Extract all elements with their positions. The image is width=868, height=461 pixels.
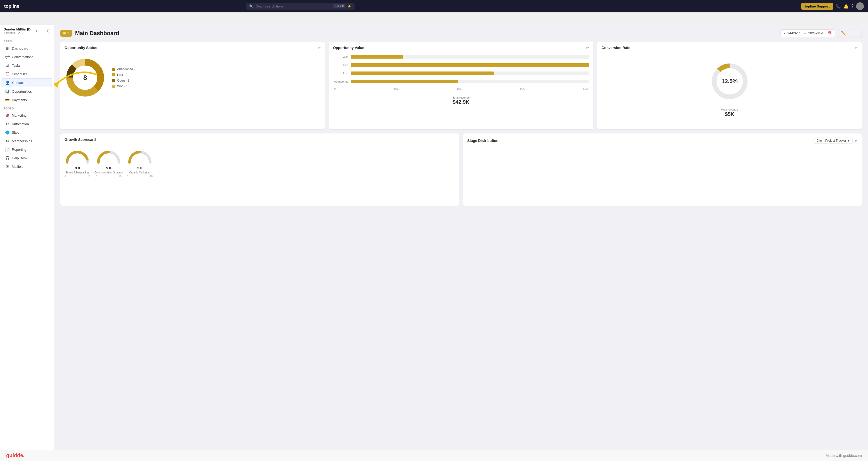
conversion-body: 12.5% Won revenue $5K [601,53,858,117]
date-from: 2024-03-11 [784,31,801,35]
sidebar-item-label-payments: Payments [12,98,27,102]
widget-title: Growth Scorecard [64,137,96,142]
widget-header: Opportunity Status ⇌ [64,46,321,50]
sidebar-item-tasks[interactable]: ☑Tasks [2,61,52,69]
search-shortcut: Ctrl + K [333,4,345,8]
total-revenue-label: Total revenue [333,96,589,99]
reporting-icon: 📈 [5,147,9,152]
workspace-name: Dunder Mifflin [D... [4,27,34,31]
widget-title: Opportunity Status [64,46,97,50]
sidebar-item-label-automation: Automation [12,122,29,126]
bar-label: Lost [333,72,349,75]
sidebar-item-label-memberships: Memberships [12,139,32,143]
sidebar-item-marketing[interactable]: 📣Marketing [2,111,52,120]
legend: Abandoned - 3Lost - 3Open - 1Won - 1 [112,67,137,88]
won-revenue-label: Won revenue [721,108,738,111]
scorecard-value: 9.0 [75,166,80,170]
sidebar-item-contacts[interactable]: 👤Contacts [2,78,52,87]
widgets-row-2: Growth Scorecard 9.0Brand & Messaging010… [54,133,868,210]
sidebar-item-label-marketing: Marketing [12,114,27,118]
widget-header: Growth Scorecard [64,137,455,142]
date-range-picker[interactable]: 2024-03-11 → 2024-04-10 📅 [780,29,835,37]
opportunity-value-widget: Opportunity Value ⇌ WonOpenLostAbandoned… [329,41,593,129]
search-input[interactable] [255,4,331,8]
chevron-down-icon: ▼ [35,29,38,33]
conversion-percentage: 12.5% [721,78,738,85]
bar-row: Lost [333,71,589,75]
scorecard-item: 5.0Organic Marketing010 [127,147,153,178]
stage-distribution-widget: Stage Distribution Client Project Tracke… [463,133,862,206]
sidebar-item-helpdesk[interactable]: 🎧Help Desk [2,154,52,162]
scorecard-gauge [64,147,90,165]
widget-title: Stage Distribution [467,139,498,143]
sidebar-nav: Apps⊞Dashboard💬Conversations☑Tasks📅Sched… [0,37,54,171]
svg-marker-4 [54,82,59,88]
app-logo: topline [4,4,19,9]
bar-axis: $0 $10K $20K $30K $40K [333,88,589,91]
bar-row: Open [333,63,589,67]
avatar[interactable] [856,2,864,10]
sidebar-section-apps: Apps [0,37,54,44]
phone-icon[interactable]: 📞 [836,4,841,9]
sidebar-item-dashboard[interactable]: ⊞Dashboard [2,44,52,52]
bar-fill [351,55,403,59]
sidebar-item-opportunities[interactable]: 📊Opportunities [2,87,52,95]
filter-icon[interactable]: ⇌ [318,46,321,50]
bar-row: Won [333,55,589,59]
payments-icon: 💳 [5,98,9,102]
scorecard-label: Communication Strategy [94,171,123,174]
legend-dot [112,68,115,71]
scorecard-value: 5.0 [106,166,111,170]
sidebar-item-scheduler[interactable]: 📅Scheduler [2,70,52,78]
date-to: 2024-04-10 [808,31,826,35]
sidebar-item-label-contacts: Contacts [12,81,25,85]
total-revenue: Total revenue $42.9K [333,96,589,105]
filter-icon[interactable]: ⇌ [855,139,858,143]
more-options-button[interactable]: ⋮ [852,29,862,37]
bar-label: Abandoned [333,80,349,83]
support-button[interactable]: topline Support [801,3,833,10]
sidebar-item-memberships[interactable]: 🏷Memberships [2,137,52,145]
layout-icon[interactable]: ⊡ [47,28,50,33]
search-bar[interactable]: 🔍 Ctrl + K ⚡ [246,3,354,10]
scorecard-item: 5.0Communication Strategy010 [94,147,123,178]
filter-icon[interactable]: ⇌ [855,46,858,50]
donut-total: 8 [83,74,87,82]
won-revenue-value: $5K [721,111,738,117]
won-revenue: Won revenue $5K [721,108,738,117]
bar-label: Open [333,63,349,67]
widget-header: Conversion Rate ⇌ [601,46,858,50]
sidebar-item-label-sites: Sites [12,131,19,134]
bar-chart: WonOpenLostAbandoned [333,55,589,83]
legend-item: Abandoned - 3 [112,67,137,71]
contacts-icon: 👤 [5,81,9,85]
conversion-rate-widget: Conversion Rate ⇌ 12.5% Won revenue [597,41,862,129]
bar-track [351,55,589,59]
filter-icon[interactable]: ⇌ [586,46,589,50]
scheduler-icon: 📅 [5,72,9,76]
edit-button[interactable]: ✏️ [838,29,849,37]
sidebar-item-conversations[interactable]: 💬Conversations [2,53,52,61]
sidebar-item-mailfold[interactable]: ✉Mailfold [2,162,52,171]
sidebar-item-automation[interactable]: ⚙Automation [2,120,52,128]
search-icon: 🔍 [249,4,253,8]
calendar-icon: 📅 [828,31,832,35]
workspace-selector[interactable]: Dunder Mifflin [D... Scranton, PA ▼ ⊡ [0,25,54,37]
sidebar-item-payments[interactable]: 💳Payments [2,96,52,104]
view-toggle-button[interactable]: ⊞ ▼ [60,30,72,37]
sidebar-item-label-tasks: Tasks [12,63,20,67]
help-icon[interactable]: ? [851,4,854,8]
stage-dropdown[interactable]: Client Project Tracker ▼ [813,137,852,144]
sidebar-item-sites[interactable]: 🌐Sites [2,128,52,136]
opportunities-icon: 📊 [5,89,9,93]
mailfold-icon: ✉ [5,164,9,168]
footer: guidde. Made with guidde.com [0,450,868,461]
memberships-icon: 🏷 [5,139,9,143]
bar-track [351,80,589,83]
legend-label: Won - 1 [117,84,128,88]
bell-icon[interactable]: 🔔 [843,4,849,9]
widget-title: Opportunity Value [333,46,364,50]
lightning-icon: ⚡ [347,4,351,8]
scorecard-item: 9.0Brand & Messaging010 [64,147,90,178]
sidebar-item-reporting[interactable]: 📈Reporting [2,145,52,154]
